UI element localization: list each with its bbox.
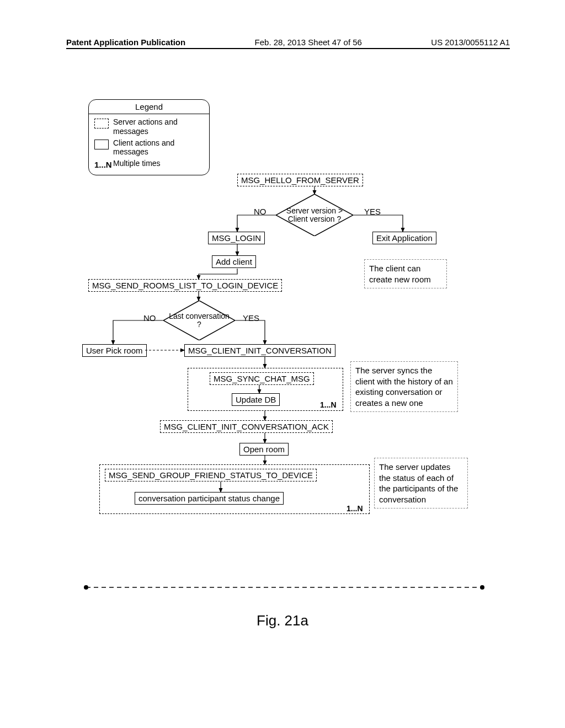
legend-box: Legend Server actions and messages Clien…	[88, 99, 210, 175]
legend-row-server: Server actions and messages	[94, 117, 204, 136]
legend-client-text: Client actions and messages	[113, 138, 204, 157]
note-status: The server updates the status of each of…	[374, 458, 468, 508]
note-create-room: The client can create new room	[364, 259, 447, 288]
header-left: Patent Application Publication	[66, 38, 185, 47]
node-init-conversation-ack: MSG_CLIENT_INIT_CONVERSATION_ACK	[160, 420, 333, 433]
node-open-room: Open room	[239, 443, 289, 456]
label-yes-2: YES	[243, 313, 259, 323]
header-mid: Feb. 28, 2013 Sheet 47 of 56	[255, 38, 362, 47]
node-update-db: Update DB	[232, 393, 280, 406]
note-sync: The server syncs the client with the his…	[350, 361, 458, 412]
node-group-friend-status: MSG_SEND_GROUP_FRIEND_STATUS_TO_DEVICE	[105, 469, 317, 481]
legend-row-client: Client actions and messages	[94, 138, 204, 157]
label-no-1: NO	[254, 207, 266, 216]
label-no-2: NO	[143, 313, 156, 323]
flowchart: Legend Server actions and messages Clien…	[66, 99, 497, 552]
svg-point-14	[480, 585, 484, 590]
legend-server-text: Server actions and messages	[113, 117, 204, 136]
legend-row-multi: 1...N Multiple times	[94, 159, 204, 169]
node-hello-from-server: MSG_HELLO_FROM_SERVER	[237, 174, 363, 186]
loop-1n-label-2: 1...N	[347, 504, 363, 513]
node-participant-status-change: conversation participant status change	[135, 492, 284, 505]
loop-1n-label-1: 1...N	[320, 400, 337, 409]
node-sync-chat-msg: MSG_SYNC_CHAT_MSG	[210, 372, 314, 385]
legend-1n-label: 1...N	[94, 160, 109, 169]
legend-multi-text: Multiple times	[113, 159, 161, 168]
figure-caption: Fig. 21a	[0, 612, 565, 629]
node-init-conversation: MSG_CLIENT_INIT_CONVERSATION	[184, 344, 335, 357]
node-add-client: Add client	[212, 255, 256, 268]
legend-title: Legend	[89, 100, 209, 114]
svg-point-13	[84, 585, 88, 590]
node-msg-login: MSG_LOGIN	[208, 232, 265, 244]
label-yes-1: YES	[364, 207, 381, 216]
decision-last-text: Last conversation ?	[169, 312, 230, 329]
decision-last-conversation: Last conversation ?	[163, 301, 235, 340]
node-user-pick-room: User Pick room	[82, 344, 147, 357]
page-header: Patent Application Publication Feb. 28, …	[66, 38, 510, 49]
decision-version-text: Server version > Client version ?	[281, 207, 348, 224]
solid-box-icon	[94, 140, 109, 149]
decision-version: Server version > Client version ?	[276, 194, 353, 236]
dashed-box-icon	[94, 119, 109, 129]
header-right: US 2013/0055112 A1	[431, 38, 510, 47]
page-break-rule	[83, 585, 486, 590]
node-exit-application: Exit Application	[372, 232, 436, 244]
node-rooms-list: MSG_SEND_ROOMS_LIST_TO_LOGIN_DEVICE	[88, 279, 282, 292]
